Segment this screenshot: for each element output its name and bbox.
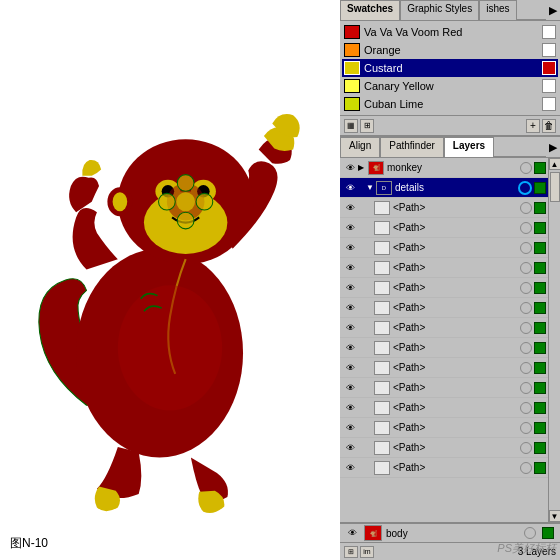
name-path-5: <Path> <box>393 262 520 273</box>
svg-point-14 <box>176 192 195 211</box>
watermark: PS美好标杆 <box>497 541 556 556</box>
thumb-path-13 <box>374 421 390 435</box>
swatch-color-canary <box>344 79 360 93</box>
layer-row-path-15[interactable]: 👁<Path> <box>340 458 548 478</box>
name-path-4: <Path> <box>393 242 520 253</box>
eye-path-14[interactable]: 👁 <box>342 440 358 456</box>
square-path-10 <box>534 362 546 374</box>
square-path-8 <box>534 322 546 334</box>
layer-row-monkey[interactable]: 👁 ▶ 🐒 monkey <box>340 158 548 178</box>
layer-row-path-8[interactable]: 👁<Path> <box>340 318 548 338</box>
scroll-down[interactable]: ▼ <box>549 510 561 522</box>
square-path-5 <box>534 262 546 274</box>
swatch-item-orange[interactable]: Orange <box>342 41 558 59</box>
swatches-menu-btn[interactable]: ▶ <box>546 0 560 20</box>
eye-monkey[interactable]: 👁 <box>342 160 358 176</box>
figure-label: 图N-10 <box>10 535 48 552</box>
layers-inner: 👁 ▶ 🐒 monkey 👁 ▼ D <box>340 158 560 522</box>
circle-path-15 <box>520 462 532 474</box>
tab-graphic-styles[interactable]: Graphic Styles <box>400 0 479 20</box>
square-path-11 <box>534 382 546 394</box>
footer-btn-2[interactable]: im <box>360 546 374 558</box>
eye-path-11[interactable]: 👁 <box>342 380 358 396</box>
square-monkey <box>534 162 546 174</box>
footer-btn-1[interactable]: ⊞ <box>344 546 358 558</box>
layer-row-details[interactable]: 👁 ▼ D details <box>340 178 548 198</box>
layer-row-path-2[interactable]: 👁<Path> <box>340 198 548 218</box>
eye-path-13[interactable]: 👁 <box>342 420 358 436</box>
tab-layers[interactable]: Layers <box>444 137 494 157</box>
tab-ishes[interactable]: ishes <box>479 0 516 20</box>
thumb-path-7 <box>374 301 390 315</box>
thumb-path-12 <box>374 401 390 415</box>
swatch-item-custard[interactable]: Custard <box>342 59 558 77</box>
thumb-path-3 <box>374 221 390 235</box>
arrow-details[interactable]: ▼ <box>366 183 376 192</box>
swatch-color-custard <box>344 61 360 75</box>
name-path-9: <Path> <box>393 342 520 353</box>
swatch-color-cuban-lime <box>344 97 360 111</box>
bottom-layer-name: body <box>386 528 520 539</box>
swatch-btn-1[interactable]: ▦ <box>344 119 358 133</box>
eye-path-4[interactable]: 👁 <box>342 240 358 256</box>
swatch-btn-2[interactable]: ⊞ <box>360 119 374 133</box>
eye-body[interactable]: 👁 <box>344 525 360 541</box>
thumb-path-4 <box>374 241 390 255</box>
eye-path-6[interactable]: 👁 <box>342 280 358 296</box>
circle-path-14 <box>520 442 532 454</box>
circle-path-11 <box>520 382 532 394</box>
swatch-btn-new[interactable]: + <box>526 119 540 133</box>
eye-path-3[interactable]: 👁 <box>342 220 358 236</box>
layers-menu-btn[interactable]: ▶ <box>546 137 560 157</box>
eye-path-15[interactable]: 👁 <box>342 460 358 476</box>
name-path-2: <Path> <box>393 202 520 213</box>
square-body <box>542 527 554 539</box>
layer-row-path-10[interactable]: 👁<Path> <box>340 358 548 378</box>
thumb-path-10 <box>374 361 390 375</box>
swatch-label-custard: Custard <box>364 62 542 74</box>
layers-scrollbar[interactable]: ▲ ▼ <box>548 158 560 522</box>
swatch-item-canary[interactable]: Canary Yellow <box>342 77 558 95</box>
eye-path-7[interactable]: 👁 <box>342 300 358 316</box>
tab-swatches[interactable]: Swatches <box>340 0 400 20</box>
eye-path-9[interactable]: 👁 <box>342 340 358 356</box>
eye-path-5[interactable]: 👁 <box>342 260 358 276</box>
eye-path-10[interactable]: 👁 <box>342 360 358 376</box>
layer-row-path-9[interactable]: 👁<Path> <box>340 338 548 358</box>
tab-pathfinder[interactable]: Pathfinder <box>380 137 444 157</box>
circle-path-9 <box>520 342 532 354</box>
square-path-2 <box>534 202 546 214</box>
swatch-item-cuban-lime[interactable]: Cuban Lime <box>342 95 558 113</box>
layer-row-path-6[interactable]: 👁<Path> <box>340 278 548 298</box>
swatch-btn-del[interactable]: 🗑 <box>542 119 556 133</box>
swatch-label-orange: Orange <box>364 44 542 56</box>
layer-row-path-7[interactable]: 👁<Path> <box>340 298 548 318</box>
swatch-list: Va Va Va Voom Red Orange Custard Canary … <box>340 21 560 115</box>
layer-row-path-11[interactable]: 👁<Path> <box>340 378 548 398</box>
eye-path-2[interactable]: 👁 <box>342 200 358 216</box>
layer-row-path-14[interactable]: 👁<Path> <box>340 438 548 458</box>
arrow-monkey[interactable]: ▶ <box>358 163 368 172</box>
eye-details[interactable]: 👁 <box>342 180 358 196</box>
layer-row-path-4[interactable]: 👁<Path> <box>340 238 548 258</box>
eye-path-12[interactable]: 👁 <box>342 400 358 416</box>
scroll-thumb[interactable] <box>550 172 560 202</box>
thumb-path-14 <box>374 441 390 455</box>
layer-row-path-12[interactable]: 👁<Path> <box>340 398 548 418</box>
thumb-path-8 <box>374 321 390 335</box>
layer-row-path-5[interactable]: 👁<Path> <box>340 258 548 278</box>
layer-row-path-3[interactable]: 👁<Path> <box>340 218 548 238</box>
monkey-illustration <box>20 40 320 520</box>
swatch-item-red[interactable]: Va Va Va Voom Red <box>342 23 558 41</box>
layers-panel: Align Pathfinder Layers ▶ 👁 ▶ 🐒 monkey <box>340 137 560 560</box>
circle-body <box>524 527 536 539</box>
scroll-up[interactable]: ▲ <box>549 158 561 170</box>
square-details <box>534 182 546 194</box>
layer-row-path-13[interactable]: 👁<Path> <box>340 418 548 438</box>
circle-path-5 <box>520 262 532 274</box>
swatch-end-cuban-lime <box>542 97 556 111</box>
tab-align[interactable]: Align <box>340 137 380 157</box>
circle-monkey <box>520 162 532 174</box>
thumb-path-2 <box>374 201 390 215</box>
eye-path-8[interactable]: 👁 <box>342 320 358 336</box>
